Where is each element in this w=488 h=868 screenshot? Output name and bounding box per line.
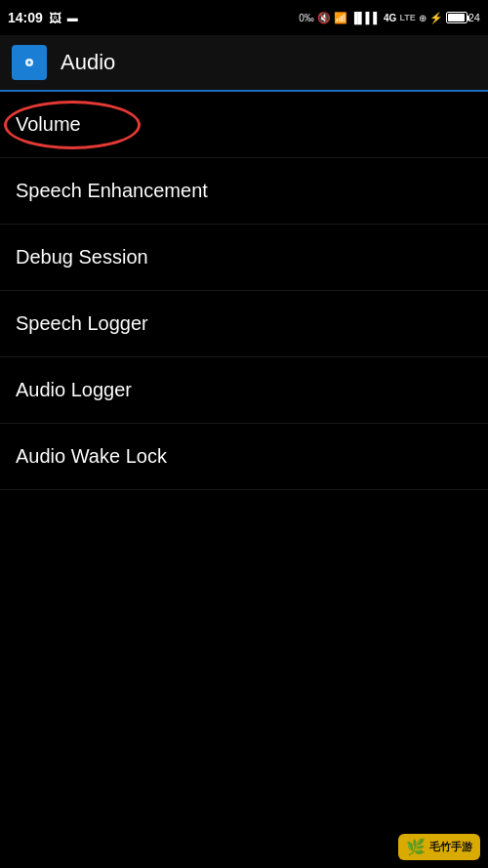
menu-item-debug-session[interactable]: Debug Session xyxy=(0,225,488,291)
menu-list: Volume Speech Enhancement Debug Session … xyxy=(0,92,488,490)
charge-icon: ⚡ xyxy=(429,12,443,24)
menu-item-speech-enhancement[interactable]: Speech Enhancement xyxy=(0,158,488,225)
status-time: 14:09 xyxy=(8,10,43,25)
status-bar: 14:09 🖼 ▬ 0‰ 🔇 📶 ▐▌▌▌ 4G LTE ⊕ ⚡ 24 xyxy=(0,0,488,35)
status-left: 14:09 🖼 ▬ xyxy=(8,10,78,25)
debug-session-label: Debug Session xyxy=(16,246,148,269)
menu-item-audio-wake-lock[interactable]: Audio Wake Lock xyxy=(0,424,488,490)
sim-icon: ▬ xyxy=(67,12,78,23)
signal-bars: ▐▌▌▌ xyxy=(350,12,381,23)
mute-icon: 🔇 xyxy=(317,12,331,24)
4g-indicator: 4G xyxy=(384,13,396,23)
app-header: Audio xyxy=(0,35,488,92)
speech-enhancement-label: Speech Enhancement xyxy=(16,180,208,202)
watermark: 🌿 毛竹手游 xyxy=(398,834,480,860)
menu-item-speech-logger[interactable]: Speech Logger xyxy=(0,291,488,357)
app-title: Audio xyxy=(61,50,115,75)
svg-point-2 xyxy=(28,62,31,64)
iot-icon: ⊕ xyxy=(419,13,427,23)
audio-logger-label: Audio Logger xyxy=(16,379,132,401)
status-right: 0‰ 🔇 📶 ▐▌▌▌ 4G LTE ⊕ ⚡ 24 xyxy=(299,12,480,24)
lte-indicator: LTE xyxy=(399,13,415,22)
wifi-icon: 📶 xyxy=(334,12,347,24)
battery-level: 24 xyxy=(446,12,480,23)
data-indicator: 0‰ xyxy=(299,13,314,23)
battery-bar xyxy=(446,12,468,23)
app-icon xyxy=(12,45,47,80)
volume-label: Volume xyxy=(16,113,81,136)
watermark-icon: 🌿 xyxy=(406,838,426,856)
menu-item-audio-logger[interactable]: Audio Logger xyxy=(0,357,488,424)
speech-logger-label: Speech Logger xyxy=(16,312,148,335)
audio-wake-lock-label: Audio Wake Lock xyxy=(16,445,167,468)
screenshot-icon: 🖼 xyxy=(49,11,61,25)
watermark-text: 毛竹手游 xyxy=(429,840,472,854)
audio-icon-svg xyxy=(18,51,41,74)
menu-item-volume[interactable]: Volume xyxy=(0,92,488,158)
